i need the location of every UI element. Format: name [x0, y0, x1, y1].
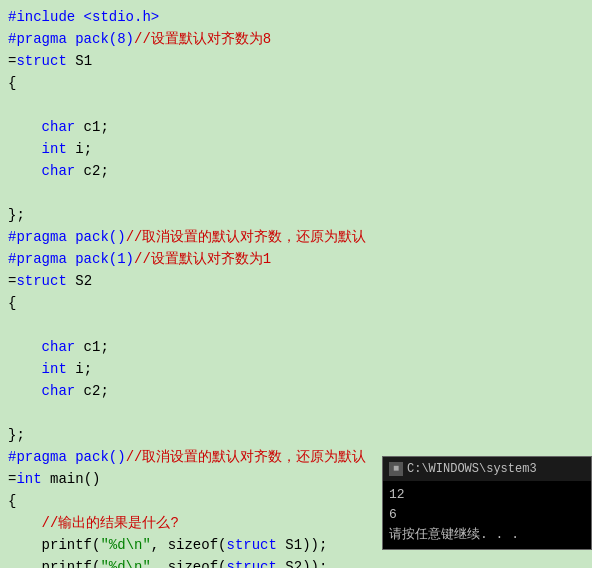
- comment-reset2: //取消设置的默认对齐数，还原为默认: [126, 446, 367, 468]
- code-editor: #include <stdio.h> #pragma pack(8)//设置默认…: [0, 0, 592, 568]
- code-line-1: #include <stdio.h>: [0, 6, 592, 28]
- type-int-main: int: [16, 468, 41, 490]
- printf1-fmt: "%d\n": [100, 534, 150, 556]
- printf2-fmt: "%d\n": [100, 556, 150, 568]
- member-c2-s1: c2;: [75, 160, 109, 182]
- keyword-struct-s1: struct: [16, 50, 66, 72]
- printf1-comma: ,: [151, 534, 159, 556]
- type-char-c2-s1: char: [42, 160, 76, 182]
- code-line-8: char c2;: [0, 160, 592, 182]
- comment-pack8: //设置默认对齐数为8: [134, 28, 271, 50]
- member-i-s1: i;: [67, 138, 92, 160]
- printf2-struct: struct: [226, 556, 276, 568]
- terminal-window: ■ C:\WINDOWS\system3 12 6 请按任意键继续. . .: [382, 456, 592, 550]
- indent-s1-i: [8, 138, 42, 160]
- printf2-s2: S2: [277, 556, 302, 568]
- printf2-func: printf: [42, 556, 92, 568]
- code-line-17: int i;: [0, 358, 592, 380]
- code-line-11: #pragma pack()//取消设置的默认对齐数，还原为默认: [0, 226, 592, 248]
- type-int-i-s1: int: [42, 138, 67, 160]
- member-c1: c1;: [75, 116, 109, 138]
- member-c2-s2: c2;: [75, 380, 109, 402]
- brace-close-s2: };: [8, 424, 25, 446]
- struct-s1-name: S1: [67, 50, 92, 72]
- comment-reset1: //取消设置的默认对齐数，还原为默认: [126, 226, 367, 248]
- type-char-c1: char: [42, 116, 76, 138]
- terminal-icon: ■: [389, 462, 403, 476]
- pragma-pack8: #pragma pack(8): [8, 28, 134, 50]
- indent-s1-c2: [8, 160, 42, 182]
- printf2-close: ));: [302, 556, 327, 568]
- code-line-19: [0, 402, 592, 424]
- member-c1-s2: c1;: [75, 336, 109, 358]
- comment-pack1: //设置默认对齐数为1: [134, 248, 271, 270]
- equal-main: =: [8, 468, 16, 490]
- preprocessor-include: #include <stdio.h>: [8, 6, 159, 28]
- printf2-paren: (: [92, 556, 100, 568]
- keyword-struct-s2: struct: [16, 270, 66, 292]
- code-line-5: [0, 94, 592, 116]
- code-line-20: };: [0, 424, 592, 446]
- printf1-close: ));: [302, 534, 327, 556]
- terminal-titlebar: ■ C:\WINDOWS\system3: [383, 457, 591, 481]
- type-int-i-s2: int: [42, 358, 67, 380]
- indent-s2-c2: [8, 380, 42, 402]
- code-line-14: {: [0, 292, 592, 314]
- brace-close-s1: };: [8, 204, 25, 226]
- type-char-c2-s2: char: [42, 380, 76, 402]
- struct-s2-name: S2: [67, 270, 92, 292]
- indent-s2-c1: [8, 336, 42, 358]
- printf1-s1: S1: [277, 534, 302, 556]
- printf2-comma: ,: [151, 556, 159, 568]
- terminal-line-2: 6: [389, 505, 585, 525]
- printf2-sizeof: sizeof: [159, 556, 218, 568]
- indent-s2-i: [8, 358, 42, 380]
- brace-open-s1: {: [8, 72, 16, 94]
- printf1-paren: (: [92, 534, 100, 556]
- printf2-arg2: (: [218, 556, 226, 568]
- code-line-3: =struct S1: [0, 50, 592, 72]
- code-line-7: int i;: [0, 138, 592, 160]
- code-line-26: printf("%d\n", sizeof(struct S2));: [0, 556, 592, 568]
- code-line-2: #pragma pack(8)//设置默认对齐数为8: [0, 28, 592, 50]
- equal-struct-s2: =: [8, 270, 16, 292]
- pragma-pack-reset2: #pragma pack(): [8, 446, 126, 468]
- comment-output: //输出的结果是什么?: [42, 512, 179, 534]
- code-line-9: [0, 182, 592, 204]
- indent-printf2: [8, 556, 42, 568]
- code-line-12: #pragma pack(1)//设置默认对齐数为1: [0, 248, 592, 270]
- indent-comment: [8, 512, 42, 534]
- indent-s1-c1: [8, 116, 42, 138]
- terminal-line-3: 请按任意键继续. . .: [389, 525, 585, 545]
- code-line-4: {: [0, 72, 592, 94]
- code-line-10: };: [0, 204, 592, 226]
- terminal-title: C:\WINDOWS\system3: [407, 459, 537, 479]
- terminal-body: 12 6 请按任意键继续. . .: [383, 481, 591, 549]
- member-i-s2: i;: [67, 358, 92, 380]
- brace-open-main: {: [8, 490, 16, 512]
- pragma-pack1: #pragma pack(1): [8, 248, 134, 270]
- terminal-line-1: 12: [389, 485, 585, 505]
- printf1-struct: struct: [226, 534, 276, 556]
- code-line-16: char c1;: [0, 336, 592, 358]
- main-func: main(): [42, 468, 101, 490]
- printf1-func: printf: [42, 534, 92, 556]
- printf1-arg: sizeof: [159, 534, 218, 556]
- code-line-13: =struct S2: [0, 270, 592, 292]
- code-line-18: char c2;: [0, 380, 592, 402]
- equal-struct-s1: =: [8, 50, 16, 72]
- brace-open-s2: {: [8, 292, 16, 314]
- code-line-6: char c1;: [0, 116, 592, 138]
- type-char-c1-s2: char: [42, 336, 76, 358]
- printf1-arg2: (: [218, 534, 226, 556]
- code-line-15: [0, 314, 592, 336]
- indent-printf1: [8, 534, 42, 556]
- pragma-pack-reset1: #pragma pack(): [8, 226, 126, 248]
